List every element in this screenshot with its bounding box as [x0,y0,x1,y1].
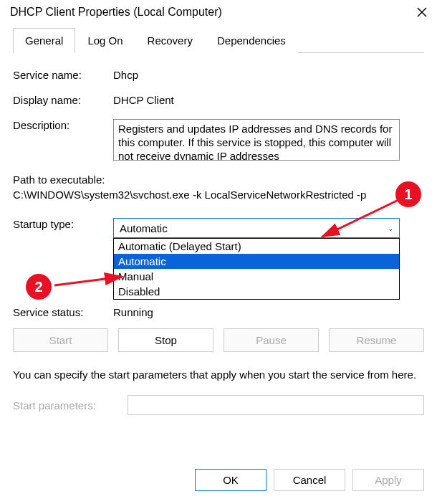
row-service-name: Service name: Dhcp [13,69,424,81]
path-label: Path to executable: [13,173,424,186]
description-box[interactable]: Registers and updates IP addresses and D… [113,119,400,161]
row-display-name: Display name: DHCP Client [13,94,424,106]
titlebar: DHCP Client Properties (Local Computer) [0,0,437,23]
resume-button: Resume [329,328,424,352]
apply-button: Apply [352,469,424,491]
description-label: Description: [13,119,113,161]
cancel-button[interactable]: Cancel [274,469,345,491]
tab-recovery[interactable]: Recovery [135,28,205,53]
display-name-value: DHCP Client [113,94,424,106]
close-icon[interactable] [416,6,428,19]
display-name-label: Display name: [13,94,113,106]
start-parameters-label: Start parameters: [13,399,128,412]
service-name-label: Service name: [13,69,113,81]
annotation-badge-1: 1 [395,181,421,207]
option-manual[interactable]: Manual [114,269,399,284]
startup-type-label: Startup type: [13,218,113,238]
service-status-label: Service status: [13,306,113,318]
startup-type-dropdown: Automatic (Delayed Start) Automatic Manu… [113,238,400,300]
option-disabled[interactable]: Disabled [114,284,399,299]
tab-strip: General Log On Recovery Dependencies [13,27,424,53]
tab-dependencies[interactable]: Dependencies [205,28,298,53]
option-automatic[interactable]: Automatic [114,254,399,269]
row-startup-type: Startup type: Automatic ⌄ Automatic (Del… [13,218,424,238]
path-value: C:\WINDOWS\system32\svchost.exe -k Local… [13,189,424,201]
service-status-value: Running [113,306,153,318]
row-service-status: Service status: Running [13,306,424,318]
window-title: DHCP Client Properties (Local Computer) [10,6,222,19]
service-name-value: Dhcp [113,69,424,81]
option-delayed[interactable]: Automatic (Delayed Start) [114,239,399,254]
row-description: Description: Registers and updates IP ad… [13,119,424,161]
startup-type-select[interactable]: Automatic ⌄ [113,218,400,238]
chevron-down-icon: ⌄ [388,224,393,232]
pause-button: Pause [224,328,319,352]
stop-button[interactable]: Stop [118,328,213,352]
tab-logon[interactable]: Log On [75,28,135,53]
startup-type-value: Automatic [120,222,168,234]
row-start-parameters: Start parameters: [13,395,424,415]
start-parameters-input [128,395,424,415]
ok-button[interactable]: OK [195,469,266,491]
start-parameters-hint: You can specify the start parameters tha… [13,368,424,382]
service-control-buttons: Start Stop Pause Resume [13,328,424,352]
tab-general[interactable]: General [13,28,75,53]
start-button: Start [13,328,108,352]
annotation-badge-2: 2 [26,274,52,300]
dialog-buttons: OK Cancel Apply [182,462,437,498]
dialog-content: General Log On Recovery Dependencies Ser… [0,23,437,427]
